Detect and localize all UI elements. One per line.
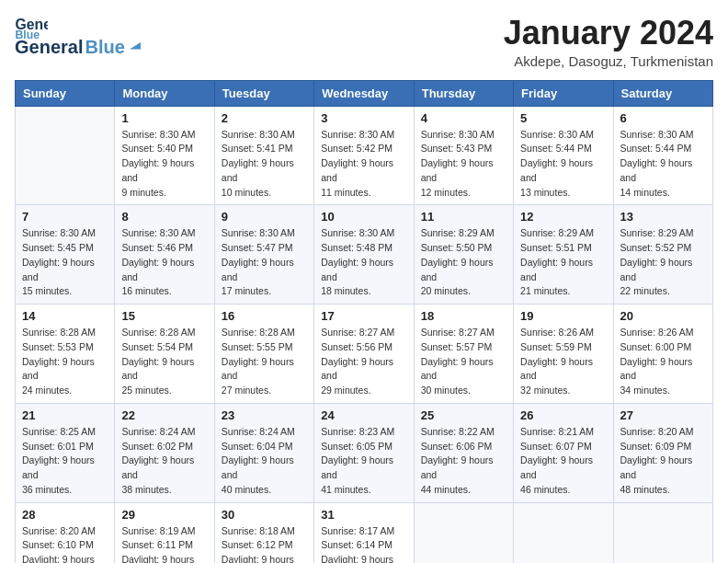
- calendar-cell: 27 Sunrise: 8:20 AMSunset: 6:09 PMDaylig…: [613, 403, 712, 502]
- month-title: January 2024: [504, 15, 713, 52]
- day-number: 25: [421, 408, 506, 422]
- calendar-cell: 12 Sunrise: 8:29 AMSunset: 5:51 PMDaylig…: [514, 205, 613, 304]
- day-number: 18: [421, 309, 506, 323]
- calendar-cell: 15 Sunrise: 8:28 AMSunset: 5:54 PMDaylig…: [115, 304, 214, 404]
- day-info: Sunrise: 8:17 AMSunset: 6:14 PMDaylight:…: [321, 524, 406, 563]
- day-info: Sunrise: 8:27 AMSunset: 5:56 PMDaylight:…: [321, 326, 406, 398]
- day-number: 29: [121, 508, 207, 522]
- day-number: 4: [421, 111, 506, 125]
- calendar-cell: 4 Sunrise: 8:30 AMSunset: 5:43 PMDayligh…: [414, 106, 513, 205]
- day-number: 20: [620, 309, 706, 323]
- calendar-cell: 23 Sunrise: 8:24 AMSunset: 6:04 PMDaylig…: [214, 403, 313, 502]
- day-number: 14: [22, 309, 108, 323]
- day-number: 1: [121, 111, 207, 125]
- day-info: Sunrise: 8:23 AMSunset: 6:05 PMDaylight:…: [321, 425, 406, 498]
- calendar-cell: 21 Sunrise: 8:25 AMSunset: 6:01 PMDaylig…: [16, 403, 115, 502]
- day-number: 10: [321, 210, 406, 224]
- calendar-cell: 19 Sunrise: 8:26 AMSunset: 5:59 PMDaylig…: [514, 304, 613, 404]
- calendar-week-row-3: 21 Sunrise: 8:25 AMSunset: 6:01 PMDaylig…: [16, 403, 713, 502]
- header-wednesday: Wednesday: [314, 80, 414, 106]
- day-number: 3: [321, 111, 406, 125]
- calendar-cell: 3 Sunrise: 8:30 AMSunset: 5:42 PMDayligh…: [314, 106, 414, 205]
- calendar-cell: 30 Sunrise: 8:18 AMSunset: 6:12 PMDaylig…: [214, 502, 313, 563]
- calendar-cell: 1 Sunrise: 8:30 AMSunset: 5:40 PMDayligh…: [115, 106, 214, 205]
- calendar-cell: 13 Sunrise: 8:29 AMSunset: 5:52 PMDaylig…: [613, 205, 712, 304]
- calendar-week-row-1: 7 Sunrise: 8:30 AMSunset: 5:45 PMDayligh…: [16, 205, 713, 304]
- day-number: 16: [222, 309, 307, 323]
- day-number: 24: [321, 408, 406, 422]
- day-info: Sunrise: 8:29 AMSunset: 5:52 PMDaylight:…: [620, 226, 706, 299]
- header-saturday: Saturday: [613, 80, 712, 106]
- day-info: Sunrise: 8:30 AMSunset: 5:47 PMDaylight:…: [222, 226, 307, 299]
- day-number: 2: [222, 111, 307, 125]
- day-info: Sunrise: 8:28 AMSunset: 5:53 PMDaylight:…: [22, 326, 108, 398]
- day-info: Sunrise: 8:29 AMSunset: 5:50 PMDaylight:…: [421, 226, 506, 299]
- calendar-cell: 8 Sunrise: 8:30 AMSunset: 5:46 PMDayligh…: [115, 205, 214, 304]
- day-info: Sunrise: 8:18 AMSunset: 6:12 PMDaylight:…: [222, 524, 307, 563]
- calendar-cell: 20 Sunrise: 8:26 AMSunset: 6:00 PMDaylig…: [613, 304, 712, 404]
- calendar-week-row-0: 1 Sunrise: 8:30 AMSunset: 5:40 PMDayligh…: [16, 106, 713, 205]
- day-number: 6: [620, 111, 706, 125]
- day-info: Sunrise: 8:21 AMSunset: 6:07 PMDaylight:…: [520, 425, 606, 498]
- calendar-cell: 25 Sunrise: 8:22 AMSunset: 6:06 PMDaylig…: [414, 403, 513, 502]
- day-info: Sunrise: 8:28 AMSunset: 5:55 PMDaylight:…: [222, 326, 307, 398]
- day-number: 23: [222, 408, 307, 422]
- svg-marker-3: [130, 42, 141, 50]
- calendar-cell: 17 Sunrise: 8:27 AMSunset: 5:56 PMDaylig…: [314, 304, 414, 404]
- day-info: Sunrise: 8:19 AMSunset: 6:11 PMDaylight:…: [121, 524, 207, 563]
- day-info: Sunrise: 8:30 AMSunset: 5:46 PMDaylight:…: [121, 226, 207, 299]
- day-info: Sunrise: 8:26 AMSunset: 5:59 PMDaylight:…: [520, 326, 606, 398]
- calendar-cell: 9 Sunrise: 8:30 AMSunset: 5:47 PMDayligh…: [214, 205, 313, 304]
- day-info: Sunrise: 8:30 AMSunset: 5:44 PMDaylight:…: [520, 128, 606, 201]
- calendar-cell: 2 Sunrise: 8:30 AMSunset: 5:41 PMDayligh…: [214, 106, 313, 205]
- day-info: Sunrise: 8:30 AMSunset: 5:48 PMDaylight:…: [321, 226, 406, 299]
- calendar-cell: 6 Sunrise: 8:30 AMSunset: 5:44 PMDayligh…: [613, 106, 712, 205]
- calendar-header-row: Sunday Monday Tuesday Wednesday Thursday…: [16, 80, 713, 106]
- page-header: General Blue General Blue January 2024 A…: [15, 15, 713, 69]
- calendar-cell: 16 Sunrise: 8:28 AMSunset: 5:55 PMDaylig…: [214, 304, 313, 404]
- calendar-cell: 10 Sunrise: 8:30 AMSunset: 5:48 PMDaylig…: [314, 205, 414, 304]
- calendar-cell: 24 Sunrise: 8:23 AMSunset: 6:05 PMDaylig…: [314, 403, 414, 502]
- calendar-cell: [16, 106, 115, 205]
- calendar-cell: [514, 502, 613, 563]
- day-info: Sunrise: 8:27 AMSunset: 5:57 PMDaylight:…: [421, 326, 506, 398]
- day-number: 26: [520, 408, 606, 422]
- header-friday: Friday: [514, 80, 613, 106]
- day-number: 8: [121, 210, 207, 224]
- calendar-cell: [414, 502, 513, 563]
- day-number: 15: [121, 309, 207, 323]
- day-info: Sunrise: 8:30 AMSunset: 5:45 PMDaylight:…: [22, 226, 108, 299]
- day-info: Sunrise: 8:20 AMSunset: 6:10 PMDaylight:…: [22, 524, 108, 563]
- calendar-cell: 22 Sunrise: 8:24 AMSunset: 6:02 PMDaylig…: [115, 403, 214, 502]
- day-number: 21: [22, 408, 108, 422]
- calendar-cell: 11 Sunrise: 8:29 AMSunset: 5:50 PMDaylig…: [414, 205, 513, 304]
- day-number: 7: [22, 210, 108, 224]
- header-sunday: Sunday: [16, 80, 115, 106]
- calendar-cell: 5 Sunrise: 8:30 AMSunset: 5:44 PMDayligh…: [514, 106, 613, 205]
- day-info: Sunrise: 8:24 AMSunset: 6:02 PMDaylight:…: [121, 425, 207, 498]
- logo: General Blue General Blue: [15, 15, 143, 58]
- calendar-cell: 7 Sunrise: 8:30 AMSunset: 5:45 PMDayligh…: [16, 205, 115, 304]
- day-number: 28: [22, 508, 108, 522]
- calendar-cell: [613, 502, 712, 563]
- day-info: Sunrise: 8:25 AMSunset: 6:01 PMDaylight:…: [22, 425, 108, 498]
- location: Akdepe, Dasoguz, Turkmenistan: [504, 53, 713, 69]
- calendar-cell: 26 Sunrise: 8:21 AMSunset: 6:07 PMDaylig…: [514, 403, 613, 502]
- day-number: 19: [520, 309, 606, 323]
- day-number: 22: [121, 408, 207, 422]
- day-number: 9: [222, 210, 307, 224]
- title-section: January 2024 Akdepe, Dasoguz, Turkmenist…: [504, 15, 713, 69]
- day-number: 11: [421, 210, 506, 224]
- day-info: Sunrise: 8:30 AMSunset: 5:41 PMDaylight:…: [222, 128, 307, 201]
- day-info: Sunrise: 8:30 AMSunset: 5:43 PMDaylight:…: [421, 128, 506, 201]
- calendar-cell: 29 Sunrise: 8:19 AMSunset: 6:11 PMDaylig…: [115, 502, 214, 563]
- day-number: 12: [520, 210, 606, 224]
- calendar-cell: 31 Sunrise: 8:17 AMSunset: 6:14 PMDaylig…: [314, 502, 414, 563]
- day-number: 17: [321, 309, 406, 323]
- logo-triangle-icon: [127, 37, 143, 53]
- logo-blue: Blue: [85, 37, 124, 58]
- header-thursday: Thursday: [414, 80, 513, 106]
- day-info: Sunrise: 8:20 AMSunset: 6:09 PMDaylight:…: [620, 425, 706, 498]
- day-number: 30: [222, 508, 307, 522]
- calendar-week-row-4: 28 Sunrise: 8:20 AMSunset: 6:10 PMDaylig…: [16, 502, 713, 563]
